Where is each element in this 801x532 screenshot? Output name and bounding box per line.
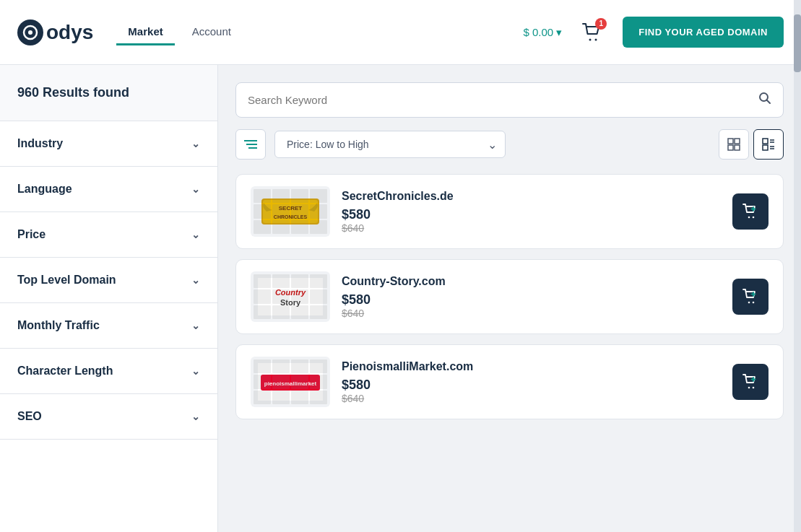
domain-card: pienoismallimarket PienoismalliMarket.co… [235,344,784,419]
filter-traffic-label: Monthly Traffic [17,319,100,332]
domain-price: $580 [342,207,721,222]
domain-info: PienoismalliMarket.com $580 $640 [342,360,721,404]
logo-text: odys [46,21,93,44]
logo[interactable]: odys [17,19,93,45]
svg-rect-12 [763,139,768,144]
domain-original-price: $640 [342,308,721,319]
svg-point-3 [595,38,597,40]
grid-view-button[interactable] [719,129,749,160]
svg-rect-10 [728,145,733,150]
filter-price-label: Price [17,228,46,241]
grid-icon [727,138,740,151]
chevron-down-icon: ⌄ [191,411,200,422]
filter-character-length[interactable]: Character Length ⌄ [0,349,217,394]
search-bar [235,82,784,118]
chevron-down-icon: ⌄ [191,183,200,195]
filter-lines-icon [244,139,257,149]
chevron-down-icon: ⌄ [191,229,200,240]
domain-name: SecretChronicles.de [342,190,721,203]
balance-display[interactable]: $ 0.00 ▾ [523,26,562,39]
domain-original-price: $640 [342,393,721,404]
balance-chevron: ▾ [556,26,562,39]
chevron-down-icon: ⌄ [191,320,200,331]
filter-seo[interactable]: SEO ⌄ [0,394,217,440]
cart-add-icon [742,289,758,305]
cart-add-icon [742,374,758,390]
main-content: Price: Low to High Price: High to Low Ne… [218,65,801,532]
domain-original-price: $640 [342,222,721,234]
filter-industry[interactable]: Industry ⌄ [0,121,217,167]
svg-point-1 [28,30,33,35]
add-to-cart-button[interactable] [732,193,768,230]
domain-name: Country-Story.com [342,275,721,288]
filter-charlength-label: Character Length [17,365,113,378]
domain-price: $580 [342,292,721,308]
filter-language[interactable]: Language ⌄ [0,167,217,212]
cart-button[interactable]: 1 [576,17,608,48]
filter-industry-label: Industry [17,137,63,150]
main-layout: 960 Results found Industry ⌄ Language ⌄ … [0,65,801,532]
domain-list: SECRET CHRONICLES SecretChronicles.de $5… [235,174,784,419]
svg-point-22 [748,217,750,219]
svg-point-2 [589,38,592,40]
logo-icon [17,19,43,45]
sort-select-wrapper: Price: Low to High Price: High to Low Ne… [274,131,506,158]
search-input[interactable] [248,94,753,106]
filter-price[interactable]: Price ⌄ [0,212,217,258]
scrollbar[interactable] [794,0,801,532]
domain-name: PienoismalliMarket.com [342,360,721,373]
svg-point-30 [753,302,755,304]
nav-account[interactable]: Account [181,19,243,45]
search-icon [758,92,771,108]
filter-monthly-traffic[interactable]: Monthly Traffic ⌄ [0,303,217,349]
svg-rect-8 [728,139,733,144]
filter-seo-label: SEO [17,410,42,423]
toolbar: Price: Low to High Price: High to Low Ne… [235,129,784,160]
list-view-button[interactable] [753,129,784,160]
domain-info: SecretChronicles.de $580 $640 [342,190,721,234]
svg-rect-9 [735,139,740,144]
svg-point-23 [753,217,755,219]
balance-amount: $ 0.00 [523,26,553,38]
main-nav: Market Account [116,19,500,45]
scrollbar-thumb[interactable] [794,14,801,72]
svg-point-37 [753,387,755,389]
add-to-cart-button[interactable] [732,279,768,315]
filter-tld-label: Top Level Domain [17,274,116,287]
domain-price: $580 [342,378,721,393]
domain-info: Country-Story.com $580 $640 [342,275,721,319]
view-toggle [719,129,784,160]
domain-logo: pienoismallimarket [251,357,330,407]
sidebar: 960 Results found Industry ⌄ Language ⌄ … [0,65,218,532]
filter-top-level-domain[interactable]: Top Level Domain ⌄ [0,258,217,303]
list-icon [762,138,775,151]
filter-language-label: Language [17,183,72,196]
svg-rect-15 [763,145,768,150]
nav-market[interactable]: Market [116,19,174,45]
add-to-cart-button[interactable] [732,364,768,400]
header-right: $ 0.00 ▾ 1 FIND YOUR AGED DOMAIN [523,17,784,48]
cart-add-icon [742,204,758,219]
domain-card: SECRET CHRONICLES SecretChronicles.de $5… [235,174,784,249]
results-count: 960 Results found [0,65,217,121]
svg-rect-11 [735,145,740,150]
svg-point-36 [748,387,750,389]
domain-card: Country Story Country-Story.com $580 $64… [235,259,784,334]
svg-point-29 [748,302,750,304]
cart-badge: 1 [595,18,607,30]
filter-toggle-button[interactable] [235,129,266,160]
sort-select[interactable]: Price: Low to High Price: High to Low Ne… [274,131,506,158]
domain-logo: Country Story [251,271,330,322]
header: odys Market Account $ 0.00 ▾ 1 FIND YOUR… [0,0,801,65]
chevron-down-icon: ⌄ [191,365,200,377]
domain-logo: SECRET CHRONICLES [251,186,330,237]
chevron-down-icon: ⌄ [191,274,200,286]
find-domain-button[interactable]: FIND YOUR AGED DOMAIN [623,17,784,48]
chevron-down-icon: ⌄ [191,138,200,149]
